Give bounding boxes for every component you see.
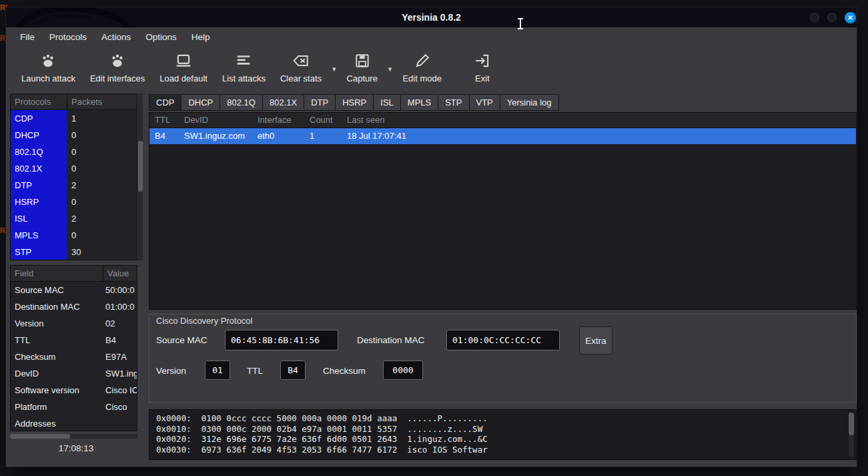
- protocol-row[interactable]: DTP 2: [11, 177, 137, 194]
- save-floppy-icon: [354, 51, 371, 70]
- extra-button[interactable]: Extra: [579, 326, 612, 354]
- field-row[interactable]: Software version Cisco IO: [11, 382, 137, 399]
- protocols-table-header: Protocols Packets: [11, 94, 137, 110]
- packet-count-cell: 0: [67, 127, 137, 144]
- field-column-header[interactable]: Field: [11, 266, 103, 281]
- destination-mac-input[interactable]: [446, 330, 560, 350]
- toolbar: Launch attack Edit interfaces Load defau…: [6, 46, 857, 93]
- devid-column-header[interactable]: DevID: [179, 113, 252, 128]
- field-row[interactable]: Source MAC 50:00:0: [11, 282, 137, 298]
- checksum-label: Checksum: [323, 366, 366, 376]
- field-row[interactable]: Version 02: [11, 315, 137, 332]
- tab-vtp[interactable]: VTP: [469, 94, 500, 111]
- edit-interfaces-icon: [109, 51, 126, 70]
- ttl-cell: B4: [149, 128, 179, 144]
- toolbar-button-edit-mode[interactable]: Edit mode: [395, 49, 449, 86]
- field-value-cell: [103, 415, 137, 431]
- toolbar-label: Exit: [475, 73, 490, 83]
- protocol-row[interactable]: CDP 1: [11, 110, 137, 127]
- field-row[interactable]: Checksum E97A: [11, 348, 137, 365]
- field-value-cell: Cisco IO: [103, 382, 137, 399]
- tab-8021q[interactable]: 802.1Q: [220, 94, 262, 111]
- toolbar-button-list-attacks[interactable]: List attacks: [215, 49, 273, 86]
- tab-yersinia-log[interactable]: Yersinia log: [500, 94, 559, 111]
- protocol-row[interactable]: ISL 2: [11, 210, 137, 227]
- field-name-cell: Version: [11, 315, 103, 332]
- window-maximize-button[interactable]: [827, 13, 837, 22]
- version-label: Version: [156, 366, 186, 376]
- laptop-icon: [175, 51, 192, 70]
- protocols-column-header[interactable]: Protocols: [11, 94, 67, 109]
- fields-horizontal-scrollbar[interactable]: [10, 434, 137, 439]
- tab-cdp[interactable]: CDP: [149, 94, 181, 111]
- toolbar-button-clear-stats[interactable]: Clear stats: [273, 49, 329, 86]
- toolbar-button-exit[interactable]: Exit: [466, 49, 498, 86]
- field-row[interactable]: TTL B4: [11, 332, 137, 348]
- menu-actions[interactable]: Actions: [94, 29, 138, 45]
- menu-options[interactable]: Options: [138, 29, 184, 45]
- hex-dump-line: 0x0030: 6973 636f 2049 4f53 2053 6f66 74…: [149, 445, 856, 455]
- text-cursor: [520, 18, 521, 29]
- field-value-cell: E97A: [103, 348, 137, 365]
- source-mac-input[interactable]: [225, 330, 338, 350]
- protocol-row[interactable]: HSRP 0: [11, 194, 137, 210]
- field-name-cell: DevID: [11, 365, 103, 382]
- tab-isl[interactable]: ISL: [373, 94, 400, 111]
- toolbar-label: Edit interfaces: [90, 73, 145, 83]
- protocol-row[interactable]: MPLS 0: [11, 227, 137, 244]
- toolbar-label: Capture: [347, 73, 378, 83]
- field-value-cell: 02: [103, 315, 137, 332]
- field-row[interactable]: Destination MAC 01:00:0: [11, 298, 137, 315]
- value-column-header[interactable]: Value: [103, 266, 137, 281]
- toolbar-button-load-default[interactable]: Load default: [152, 49, 215, 86]
- packet-count-cell: 30: [67, 244, 137, 260]
- protocol-row[interactable]: 802.1Q 0: [11, 144, 137, 160]
- tab-stp[interactable]: STP: [438, 94, 468, 111]
- hex-scrollbar-thumb[interactable]: [849, 413, 854, 435]
- clear-stats-dropdown-arrow[interactable]: ▾: [329, 65, 340, 73]
- count-column-header[interactable]: Count: [304, 113, 342, 128]
- window-close-button[interactable]: ✕: [845, 12, 856, 23]
- capture-dropdown-arrow[interactable]: ▾: [385, 65, 396, 73]
- packets-column-header[interactable]: Packets: [67, 94, 137, 109]
- tab-mpls[interactable]: MPLS: [400, 94, 438, 111]
- titlebar[interactable]: Yersinia 0.8.2 ✕: [6, 7, 857, 27]
- menu-file[interactable]: File: [13, 29, 42, 45]
- tab-hsrp[interactable]: HSRP: [335, 94, 373, 111]
- protocol-row[interactable]: DHCP 0: [11, 127, 137, 144]
- interface-column-header[interactable]: Interface: [252, 113, 304, 128]
- last-seen-column-header[interactable]: Last seen: [342, 113, 856, 128]
- checksum-input[interactable]: [383, 361, 423, 380]
- protocol-row[interactable]: 802.1X 0: [11, 160, 137, 177]
- destination-mac-label: Destination MAC: [357, 335, 424, 345]
- menu-protocols[interactable]: Protocols: [42, 29, 94, 45]
- toolbar-button-edit-interfaces[interactable]: Edit interfaces: [83, 49, 152, 86]
- yersinia-window: Yersinia 0.8.2 ✕ File Protocols Actions …: [5, 7, 857, 467]
- field-value-cell: B4: [103, 332, 137, 348]
- protocol-name-cell: HSRP: [11, 194, 67, 210]
- version-input[interactable]: [205, 361, 230, 380]
- toolbar-button-capture[interactable]: Capture: [340, 49, 385, 86]
- menu-help[interactable]: Help: [184, 29, 218, 45]
- packet-row-selected[interactable]: B4 SW1.inguz.com eth0 1 18 Jul 17:07:41: [149, 128, 856, 144]
- tab-dtp[interactable]: DTP: [304, 94, 335, 111]
- field-row[interactable]: Addresses: [11, 415, 137, 431]
- protocol-name-cell: 802.1X: [11, 160, 67, 177]
- protocol-row[interactable]: STP 30: [11, 244, 137, 260]
- ttl-input[interactable]: [280, 361, 306, 380]
- ttl-column-header[interactable]: TTL: [149, 113, 179, 128]
- field-name-cell: Software version: [11, 382, 103, 399]
- window-minimize-button[interactable]: [810, 13, 819, 22]
- fields-scrollbar-thumb[interactable]: [10, 434, 70, 439]
- field-row[interactable]: Platform Cisco: [11, 399, 137, 415]
- hex-scrollbar[interactable]: [849, 413, 854, 457]
- tab-dhcp[interactable]: DHCP: [181, 94, 220, 111]
- protocols-scrollbar-thumb[interactable]: [138, 141, 143, 192]
- field-row[interactable]: DevID SW1.ing: [11, 365, 137, 382]
- protocols-scrollbar[interactable]: [138, 93, 143, 260]
- protocol-name-cell: 802.1Q: [11, 144, 67, 160]
- toolbar-button-launch-attack[interactable]: Launch attack: [14, 49, 83, 86]
- tab-8021x[interactable]: 802.1X: [262, 94, 304, 111]
- field-name-cell: Checksum: [11, 348, 103, 365]
- ttl-label: TTL: [247, 366, 263, 376]
